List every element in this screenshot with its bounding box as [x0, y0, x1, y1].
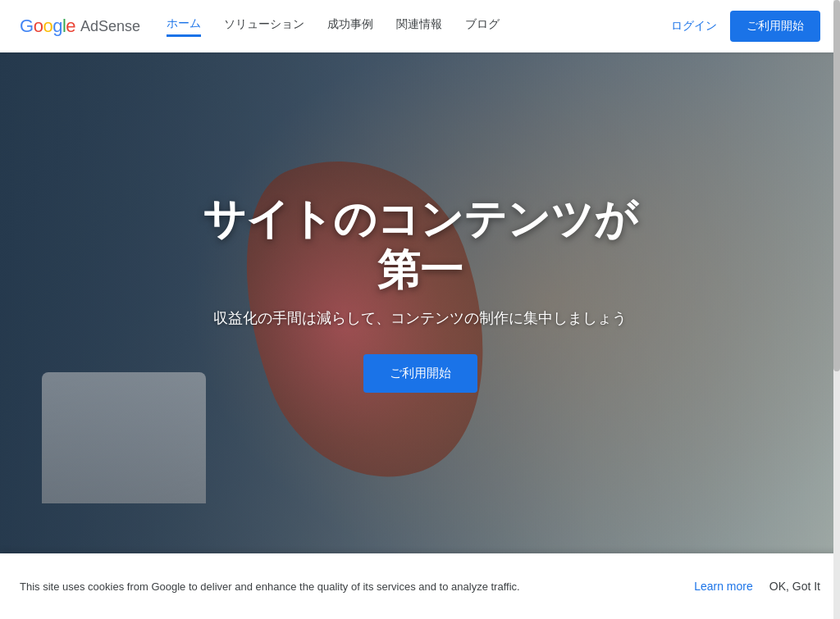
hero-title-line1: サイトのコンテンツが [203, 194, 637, 242]
nav-link-blog[interactable]: ブログ [465, 17, 500, 35]
laptop-decoration [42, 372, 206, 503]
nav-right: ログイン ご利用開始 [671, 11, 820, 42]
scrollbar-thumb[interactable] [833, 0, 840, 371]
google-g-red2: e [66, 16, 75, 37]
learn-more-button[interactable]: Learn more [694, 580, 753, 593]
nav-link-solutions[interactable]: ソリューション [224, 17, 304, 35]
navbar: Google AdSense ホーム ソリューション 成功事例 関連情報 ブログ… [0, 0, 840, 52]
nav-link-home[interactable]: ホーム [167, 16, 201, 37]
nav-link-info[interactable]: 関連情報 [396, 17, 442, 35]
hero-title-line2: 第一 [377, 246, 463, 294]
cookie-message: This site uses cookies from Google to de… [20, 580, 694, 593]
cookie-actions: Learn more OK, Got It [694, 580, 820, 593]
header-start-button[interactable]: ご利用開始 [730, 11, 820, 42]
google-g-yellow: o [43, 16, 52, 37]
adsense-brand-text: AdSense [80, 18, 140, 35]
scrollbar[interactable] [833, 0, 840, 619]
hero-content: サイトのコンテンツが 第一 収益化の手間は減らして、コンテンツの制作に集中しまし… [203, 193, 637, 393]
google-logo: Google [20, 16, 75, 37]
logo-area: Google AdSense [20, 16, 140, 37]
google-g-red: o [34, 16, 43, 37]
cookie-banner: This site uses cookies from Google to de… [0, 553, 840, 619]
nav-link-cases[interactable]: 成功事例 [327, 17, 373, 35]
nav-links: ホーム ソリューション 成功事例 関連情報 ブログ [167, 16, 671, 37]
google-g-blue: G [20, 16, 34, 37]
hero-cta-button[interactable]: ご利用開始 [363, 354, 477, 393]
hero-section: サイトのコンテンツが 第一 収益化の手間は減らして、コンテンツの制作に集中しまし… [0, 52, 840, 553]
google-g-blue2: g [52, 16, 62, 37]
ok-got-it-button[interactable]: OK, Got It [769, 580, 820, 593]
hero-subtitle: 収益化の手間は減らして、コンテンツの制作に集中しましょう [203, 308, 637, 328]
login-button[interactable]: ログイン [671, 19, 717, 34]
hero-title: サイトのコンテンツが 第一 [203, 193, 637, 295]
